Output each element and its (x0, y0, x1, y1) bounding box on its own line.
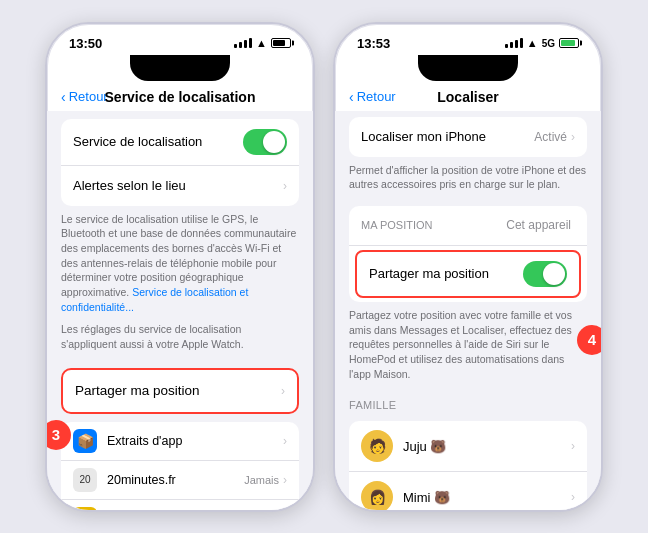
signal-icon (234, 38, 252, 48)
app-list-card: 📦 Extraits d'app › 20 20minutes.fr Jamai… (61, 422, 299, 510)
service-card: Service de localisation Alertes selon le… (61, 119, 299, 206)
ma-position-value: Cet appareil (506, 218, 571, 232)
app-row-extraits[interactable]: 📦 Extraits d'app › (61, 422, 299, 461)
mimi-avatar: 👩 (361, 481, 393, 509)
app-icon-20min: 20 (73, 468, 97, 492)
famille-section-label: FAMILLE (335, 389, 601, 415)
back-label-2: Retour (357, 89, 396, 104)
signal-icon-2 (505, 38, 523, 48)
ma-position-row: Ma position Cet appareil (349, 206, 587, 246)
share-chevron: › (281, 384, 285, 398)
share-position-row[interactable]: Partager ma position › (63, 370, 297, 412)
partager-desc: Partagez votre position avec votre famil… (335, 302, 601, 389)
battery-icon-2 (559, 38, 579, 48)
back-button-2[interactable]: ‹ Retour (349, 89, 396, 105)
nav-bar-2: ‹ Retour Localiser (335, 85, 601, 111)
share-position-highlight[interactable]: Partager ma position › (61, 368, 299, 414)
localiser-row[interactable]: Localiser mon iPhone Activé › (349, 117, 587, 157)
wifi-icon: ▲ (256, 37, 267, 49)
nav-title-2: Localiser (437, 89, 498, 105)
service-label: Service de localisation (73, 134, 243, 149)
partager-label: Partager ma position (369, 266, 523, 281)
back-chevron-icon: ‹ (61, 89, 66, 105)
status-bar-2: 13:53 ▲ 5G (335, 24, 601, 55)
juju-avatar: 🧑 (361, 430, 393, 462)
phone-2: 13:53 ▲ 5G ‹ Retour Localiser (333, 22, 603, 512)
content-2: Localiser mon iPhone Activé › Permet d'a… (335, 111, 601, 510)
back-label-1: Retour (69, 89, 108, 104)
five-g-icon: 5G (542, 38, 555, 49)
app-icon-extraits: 📦 (73, 429, 97, 453)
ma-position-card: Ma position Cet appareil Partager ma pos… (349, 206, 587, 302)
service-description-2: Les réglages du service de localisation … (47, 322, 313, 359)
famille-card: 🧑 Juju 🐻 › 👩 Mimi 🐻 › (349, 421, 587, 509)
nav-bar-1: ‹ Retour Service de localisation (47, 85, 313, 111)
status-icons-1: ▲ (234, 37, 291, 49)
time-2: 13:53 (357, 36, 390, 51)
ma-position-section-label: Ma position (361, 219, 506, 231)
app-status-20min: Jamais (244, 474, 279, 486)
partager-toggle[interactable] (523, 261, 567, 287)
localiser-desc: Permet d'afficher la position de votre i… (335, 157, 601, 200)
phone-1: 13:50 ▲ ‹ Retour Service de localisation (45, 22, 315, 512)
dynamic-island-2 (418, 55, 518, 81)
partager-highlight: Partager ma position (355, 250, 581, 298)
content-1: Service de localisation Alertes selon le… (47, 111, 313, 510)
app-name-extraits: Extraits d'app (107, 434, 283, 448)
app-row-20min[interactable]: 20 20minutes.fr Jamais › (61, 461, 299, 500)
mimi-name: Mimi 🐻 (403, 490, 571, 505)
back-chevron-icon-2: ‹ (349, 89, 354, 105)
app-icon-allocine: 🎬 (73, 507, 97, 510)
app-name-20min: 20minutes.fr (107, 473, 244, 487)
share-position-label: Partager ma position (75, 383, 281, 398)
wifi-icon-2: ▲ (527, 37, 538, 49)
status-icons-2: ▲ 5G (505, 37, 579, 49)
battery-icon (271, 38, 291, 48)
badge-4: 4 (577, 325, 603, 355)
juju-name: Juju 🐻 (403, 439, 571, 454)
alertes-row[interactable]: Alertes selon le lieu › (61, 166, 299, 206)
famille-mimi-row[interactable]: 👩 Mimi 🐻 › (349, 472, 587, 509)
localiser-label: Localiser mon iPhone (361, 129, 534, 144)
partager-row[interactable]: Partager ma position (357, 252, 579, 296)
back-button-1[interactable]: ‹ Retour (61, 89, 108, 105)
service-toggle[interactable] (243, 129, 287, 155)
localiser-value: Activé (534, 130, 567, 144)
alertes-label: Alertes selon le lieu (73, 178, 283, 193)
status-bar-1: 13:50 ▲ (47, 24, 313, 55)
alertes-chevron: › (283, 179, 287, 193)
badge-3: 3 (45, 420, 71, 450)
service-description: Le service de localisation utilise le GP… (47, 206, 313, 323)
dynamic-island-1 (130, 55, 230, 81)
service-row[interactable]: Service de localisation (61, 119, 299, 166)
famille-juju-row[interactable]: 🧑 Juju 🐻 › (349, 421, 587, 472)
localiser-card: Localiser mon iPhone Activé › (349, 117, 587, 157)
app-row-allocine[interactable]: 🎬 AlloCiné App active › (61, 500, 299, 510)
time-1: 13:50 (69, 36, 102, 51)
nav-title-1: Service de localisation (105, 89, 256, 105)
